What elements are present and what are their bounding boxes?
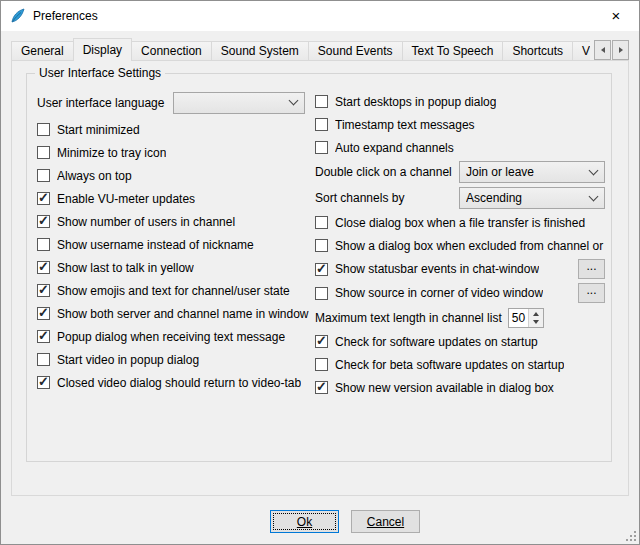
tab-text-to-speech[interactable]: Text To Speech <box>402 41 504 61</box>
checkbox-icon <box>37 376 50 389</box>
checkbox-show-username[interactable]: Show username instead of nickname <box>37 233 309 256</box>
checkbox-icon <box>37 146 50 159</box>
checkbox-label: Minimize to tray icon <box>57 146 166 160</box>
checkbox-icon <box>37 284 50 297</box>
combo-value: Join or leave <box>466 165 584 179</box>
checkbox-icon <box>315 118 328 131</box>
checkbox-label: Show new version available in dialog box <box>335 381 554 395</box>
video-source-config-button[interactable]: ... <box>578 283 605 303</box>
ok-button[interactable]: Ok <box>270 510 339 533</box>
checkbox-label: Show username instead of nickname <box>57 238 254 252</box>
tab-sound-events[interactable]: Sound Events <box>308 41 403 61</box>
max-text-length-label: Maximum text length in channel list <box>315 311 502 325</box>
language-label: User interface language <box>37 96 173 110</box>
checkbox-icon <box>37 238 50 251</box>
close-icon: × <box>612 7 621 24</box>
checkbox-label: Check for software updates on startup <box>335 335 538 349</box>
double-click-label: Double click on a channel <box>315 165 452 179</box>
checkbox-icon <box>315 239 328 252</box>
checkbox-start-desktops-popup[interactable]: Start desktops in popup dialog <box>315 90 605 113</box>
checkbox-video-source-corner[interactable]: Show source in corner of video window <box>315 286 543 300</box>
checkbox-label: Timestamp text messages <box>335 118 475 132</box>
checkbox-excluded-dialog[interactable]: Show a dialog box when excluded from cha… <box>315 234 605 257</box>
checkbox-check-updates[interactable]: Check for software updates on startup <box>315 330 605 353</box>
checkbox-new-version-dialog[interactable]: Show new version available in dialog box <box>315 376 605 399</box>
checkbox-icon <box>315 216 328 229</box>
tab-connection[interactable]: Connection <box>131 41 212 61</box>
checkbox-show-emojis[interactable]: Show emojis and text for channel/user st… <box>37 279 309 302</box>
tab-bar: General Display Connection Sound System … <box>11 37 629 61</box>
tab-scroll-left-button[interactable] <box>594 40 611 60</box>
combo-value: Ascending <box>466 191 584 205</box>
chevron-down-icon <box>589 191 599 201</box>
tab-shortcuts[interactable]: Shortcuts <box>502 41 573 61</box>
checkbox-window-title-server-channel[interactable]: Show both server and channel name in win… <box>37 302 309 325</box>
checkbox-icon <box>37 192 50 205</box>
checkbox-label: Show number of users in channel <box>57 215 235 229</box>
checkbox-label: Show a dialog box when excluded from cha… <box>335 239 605 253</box>
language-row: User interface language <box>37 90 309 115</box>
checkbox-label: Closed video dialog should return to vid… <box>57 376 301 390</box>
checkbox-icon <box>315 263 328 276</box>
checkbox-label: Enable VU-meter updates <box>57 192 195 206</box>
double-click-select[interactable]: Join or leave <box>459 161 605 183</box>
close-button[interactable]: × <box>593 1 639 30</box>
title-bar[interactable]: Preferences × <box>1 1 639 31</box>
dialog-buttons: Ok Cancel <box>26 510 640 533</box>
statusbar-events-config-button[interactable]: ... <box>578 259 605 279</box>
checkbox-auto-expand-channels[interactable]: Auto expand channels <box>315 136 605 159</box>
video-source-row: Show source in corner of video window ..… <box>315 281 605 305</box>
chevron-down-icon <box>289 96 299 106</box>
max-text-length-spinner[interactable]: 50 <box>508 308 544 328</box>
checkbox-icon <box>315 381 328 394</box>
sort-channels-row: Sort channels by Ascending <box>315 185 605 211</box>
checkbox-timestamp-messages[interactable]: Timestamp text messages <box>315 113 605 136</box>
preferences-dialog: Preferences × General Display Connection… <box>0 0 640 545</box>
checkbox-show-user-count[interactable]: Show number of users in channel <box>37 210 309 233</box>
cancel-button[interactable]: Cancel <box>351 510 420 533</box>
checkbox-label: Close dialog box when a file transfer is… <box>335 216 585 230</box>
tab-display[interactable]: Display <box>73 38 132 61</box>
language-select[interactable] <box>173 92 305 114</box>
checkbox-label: Start minimized <box>57 123 140 137</box>
arrow-right-icon <box>619 47 623 53</box>
checkbox-icon <box>37 353 50 366</box>
checkbox-popup-text-message[interactable]: Popup dialog when receiving text message <box>37 325 309 348</box>
spinner-value: 50 <box>509 309 528 327</box>
group-title: User Interface Settings <box>35 66 165 80</box>
spin-down-icon[interactable] <box>529 318 543 327</box>
resize-grip[interactable] <box>624 529 637 542</box>
checkbox-close-file-transfer-dialog[interactable]: Close dialog box when a file transfer is… <box>315 211 605 234</box>
checkbox-label: Show statusbar events in chat-window <box>335 262 539 276</box>
chevron-down-icon <box>589 165 599 175</box>
checkbox-check-beta-updates[interactable]: Check for beta software updates on start… <box>315 353 605 376</box>
checkbox-icon <box>37 215 50 228</box>
checkbox-always-on-top[interactable]: Always on top <box>37 164 309 187</box>
arrow-left-icon <box>601 47 605 53</box>
window-title: Preferences <box>33 9 98 23</box>
checkbox-video-return-tab[interactable]: Closed video dialog should return to vid… <box>37 371 309 394</box>
checkbox-label: Popup dialog when receiving text message <box>57 330 285 344</box>
tab-sound-system[interactable]: Sound System <box>211 41 309 61</box>
checkbox-label: Auto expand channels <box>335 141 454 155</box>
checkbox-start-minimized[interactable]: Start minimized <box>37 118 309 141</box>
checkbox-statusbar-events[interactable]: Show statusbar events in chat-window <box>315 262 539 276</box>
sort-channels-label: Sort channels by <box>315 191 404 205</box>
double-click-row: Double click on a channel Join or leave <box>315 159 605 185</box>
tab-general[interactable]: General <box>11 41 74 61</box>
user-interface-settings-group: User Interface Settings User interface l… <box>26 73 612 462</box>
spin-up-icon[interactable] <box>529 309 543 318</box>
checkbox-label: Start video in popup dialog <box>57 353 199 367</box>
checkbox-start-video-popup[interactable]: Start video in popup dialog <box>37 348 309 371</box>
sort-channels-select[interactable]: Ascending <box>459 187 605 209</box>
checkbox-label: Start desktops in popup dialog <box>335 95 496 109</box>
right-column: Start desktops in popup dialog Timestamp… <box>309 90 605 399</box>
checkbox-label: Show source in corner of video window <box>335 286 543 300</box>
checkbox-vu-meter-updates[interactable]: Enable VU-meter updates <box>37 187 309 210</box>
app-icon <box>10 8 26 24</box>
checkbox-minimize-to-tray[interactable]: Minimize to tray icon <box>37 141 309 164</box>
checkbox-icon <box>315 287 328 300</box>
statusbar-events-row: Show statusbar events in chat-window ... <box>315 257 605 281</box>
tab-scroll-right-button[interactable] <box>612 40 629 60</box>
checkbox-last-to-talk-yellow[interactable]: Show last to talk in yellow <box>37 256 309 279</box>
